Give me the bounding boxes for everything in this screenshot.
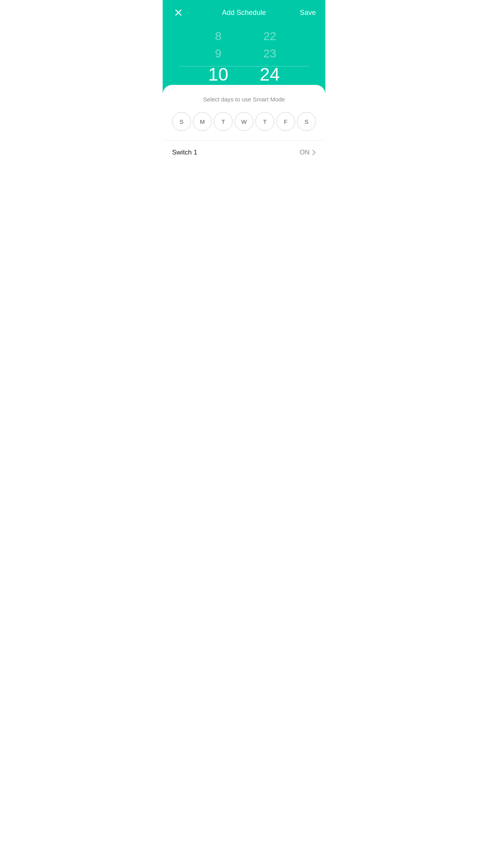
minute-item-22: 22 xyxy=(263,29,276,43)
picker-line-top xyxy=(179,66,309,66)
day-thursday[interactable]: T xyxy=(255,112,274,131)
switch-label: Switch 1 xyxy=(172,149,197,156)
page-title: Add Schedule xyxy=(222,9,266,17)
minute-item-24: 24 xyxy=(260,64,280,85)
smart-mode-label: Select days to use Smart Mode xyxy=(172,96,316,103)
hour-item-8: 8 xyxy=(215,29,222,43)
close-button[interactable] xyxy=(172,6,185,19)
save-button[interactable]: Save xyxy=(300,9,316,17)
day-tuesday[interactable]: T xyxy=(214,112,233,131)
switch-status-text: ON xyxy=(300,149,310,156)
hour-item-9: 9 xyxy=(215,46,222,61)
day-sunday[interactable]: S xyxy=(172,112,191,131)
bottom-sheet: Select days to use Smart Mode S M T W T … xyxy=(163,85,325,289)
day-saturday[interactable]: S xyxy=(297,112,316,131)
hour-item-10: 10 xyxy=(208,64,228,85)
picker-lines xyxy=(179,66,309,87)
day-monday[interactable]: M xyxy=(193,112,212,131)
day-wednesday[interactable]: W xyxy=(235,112,253,131)
minute-item-23: 23 xyxy=(263,46,276,61)
day-friday[interactable]: F xyxy=(276,112,295,131)
header: Add Schedule Save xyxy=(163,0,325,25)
switch-row[interactable]: Switch 1 ON xyxy=(172,141,316,164)
switch-status: ON xyxy=(300,149,316,156)
days-row: S M T W T F S xyxy=(172,112,316,131)
app-container: Add Schedule Save 8 9 10 11 12 22 23 24 … xyxy=(163,0,325,289)
chevron-right-icon xyxy=(312,149,316,156)
